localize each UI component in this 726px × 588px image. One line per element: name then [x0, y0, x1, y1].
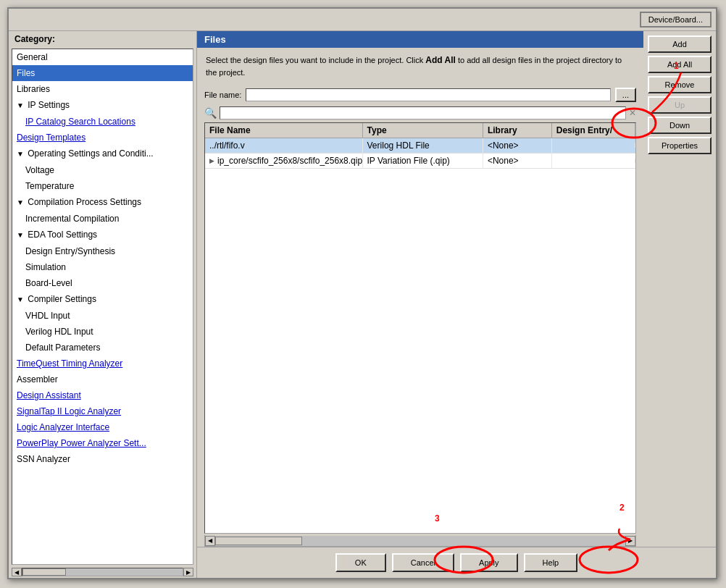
- filter-icon: 🔍: [204, 107, 217, 119]
- filter-row: 🔍 ✕: [197, 105, 643, 121]
- file-table: File Name Type Library Design Entry/ ../…: [204, 122, 636, 534]
- description-text: Select the design files you want to incl…: [197, 48, 643, 85]
- sidebar-item-powerplay[interactable]: PowerPlay Power Analyzer Sett...: [12, 435, 193, 451]
- sidebar-item-eda-tool[interactable]: ▼ EDA Tool Settings: [12, 227, 193, 243]
- tree-container[interactable]: General Files Libraries ▼ IP Settings IP…: [12, 49, 193, 565]
- sidebar-item-compiler-settings[interactable]: ▼ Compiler Settings: [12, 291, 193, 308]
- scroll-left-arrow[interactable]: ◀: [12, 568, 22, 576]
- file-name-label: File name:: [204, 91, 241, 99]
- col-header-type: Type: [363, 123, 483, 138]
- sidebar-item-general[interactable]: General: [12, 49, 193, 65]
- dialog-body: Category: General Files Libraries ▼ IP S…: [9, 31, 716, 578]
- file-name-row: File name: ...: [197, 85, 643, 105]
- right-panel: Files Select the design files you want t…: [197, 31, 716, 578]
- add-all-bold: Add All: [425, 55, 456, 65]
- left-panel: Category: General Files Libraries ▼ IP S…: [9, 31, 197, 578]
- device-board-button[interactable]: Device/Board...: [640, 12, 712, 28]
- table-scroll-left[interactable]: ◀: [205, 536, 215, 546]
- right-top-area: Files Select the design files you want t…: [197, 31, 716, 547]
- cell-library-1: <None>: [483, 138, 552, 153]
- files-section-header: Files: [197, 31, 643, 48]
- down-button[interactable]: Down: [648, 117, 712, 134]
- add-all-button[interactable]: Add All: [648, 56, 712, 73]
- cell-design-2: [552, 159, 635, 163]
- sidebar-item-timequest[interactable]: TimeQuest Timing Analyzer: [12, 356, 193, 371]
- sidebar-item-temperature[interactable]: Temperature: [12, 178, 193, 194]
- cell-design-1: [552, 143, 635, 148]
- cancel-button[interactable]: Cancel: [392, 553, 454, 572]
- file-name-input[interactable]: [246, 88, 610, 101]
- sidebar-item-incremental[interactable]: Incremental Compilation: [12, 211, 193, 227]
- sidebar-item-assembler[interactable]: Assembler: [12, 371, 193, 387]
- bottom-button-row: OK Cancel Apply Help: [197, 547, 716, 578]
- help-button[interactable]: Help: [524, 553, 578, 572]
- table-scroll-thumb[interactable]: [215, 537, 302, 545]
- sidebar-item-board-level[interactable]: Board-Level: [12, 275, 193, 291]
- ok-button[interactable]: OK: [335, 553, 386, 572]
- left-horizontal-scrollbar[interactable]: [22, 568, 183, 576]
- properties-button[interactable]: Properties: [648, 137, 712, 154]
- sidebar-item-files[interactable]: Files: [12, 65, 193, 81]
- sidebar-item-signaltap[interactable]: SignalTap II Logic Analyzer: [12, 403, 193, 419]
- content-area: Files Select the design files you want t…: [197, 31, 643, 547]
- sidebar-item-verilog-input[interactable]: Verilog HDL Input: [12, 324, 193, 340]
- add-button[interactable]: Add: [648, 35, 712, 53]
- table-scroll-row: ◀ ▶: [204, 535, 636, 547]
- cell-library-2: <None>: [483, 154, 552, 168]
- cell-filename-2: ▶ ip_core/scfifo_256x8/scfifo_256x8.qip: [205, 154, 363, 168]
- col-header-design-entry: Design Entry/: [552, 123, 635, 138]
- sidebar-item-compilation-process[interactable]: ▼ Compilation Process Settings: [12, 194, 193, 211]
- table-body: ../rtl/fifo.v Verilog HDL File <None> ▶ …: [205, 138, 635, 534]
- remove-button[interactable]: Remove: [648, 76, 712, 93]
- sidebar-item-voltage[interactable]: Voltage: [12, 162, 193, 178]
- sidebar-item-ip-catalog[interactable]: IP Catalog Search Locations: [12, 114, 193, 130]
- dialog-header: Device/Board...: [9, 9, 716, 31]
- cell-type-1: Verilog HDL File: [363, 138, 483, 153]
- left-scroll-area: ◀ ▶: [9, 566, 196, 578]
- table-horizontal-scrollbar[interactable]: [215, 536, 625, 546]
- sidebar-item-libraries[interactable]: Libraries: [12, 81, 193, 97]
- category-label: Category:: [9, 31, 196, 47]
- filter-clear-icon[interactable]: ✕: [629, 108, 636, 118]
- table-row[interactable]: ▶ ip_core/scfifo_256x8/scfifo_256x8.qip …: [205, 154, 635, 169]
- right-buttons-panel: Add Add All Remove Up Down Properties: [643, 31, 716, 547]
- scroll-right-arrow[interactable]: ▶: [183, 568, 193, 576]
- filter-input[interactable]: [220, 106, 626, 119]
- sidebar-item-logic-analyzer[interactable]: Logic Analyzer Interface: [12, 419, 193, 435]
- sidebar-item-ip-settings[interactable]: ▼ IP Settings: [12, 97, 193, 114]
- sidebar-item-design-assistant[interactable]: Design Assistant: [12, 387, 193, 403]
- col-header-library: Library: [483, 123, 552, 138]
- sidebar-item-default-params[interactable]: Default Parameters: [12, 340, 193, 356]
- sidebar-item-operating-settings[interactable]: ▼ Operating Settings and Conditi...: [12, 146, 193, 162]
- apply-button[interactable]: Apply: [460, 553, 518, 572]
- sidebar-item-design-templates[interactable]: Design Templates: [12, 130, 193, 146]
- col-header-filename: File Name: [205, 123, 363, 138]
- browse-button[interactable]: ...: [615, 88, 636, 102]
- sidebar-item-vhdl-input[interactable]: VHDL Input: [12, 308, 193, 324]
- cell-filename-1: ../rtl/fifo.v: [205, 138, 363, 153]
- sidebar-item-ssn[interactable]: SSN Analyzer: [12, 451, 193, 467]
- sidebar-item-design-entry[interactable]: Design Entry/Synthesis: [12, 243, 193, 259]
- main-dialog: Device/Board... Category: General Files …: [7, 7, 717, 579]
- sidebar-item-simulation[interactable]: Simulation: [12, 259, 193, 275]
- up-button[interactable]: Up: [648, 96, 712, 114]
- table-row[interactable]: ../rtl/fifo.v Verilog HDL File <None>: [205, 138, 635, 154]
- table-header-row: File Name Type Library Design Entry/: [205, 123, 635, 138]
- table-scroll-right[interactable]: ▶: [625, 536, 635, 546]
- row-expand-icon: ▶: [209, 157, 214, 164]
- left-scroll-thumb[interactable]: [22, 568, 66, 576]
- cell-type-2: IP Variation File (.qip): [363, 154, 483, 168]
